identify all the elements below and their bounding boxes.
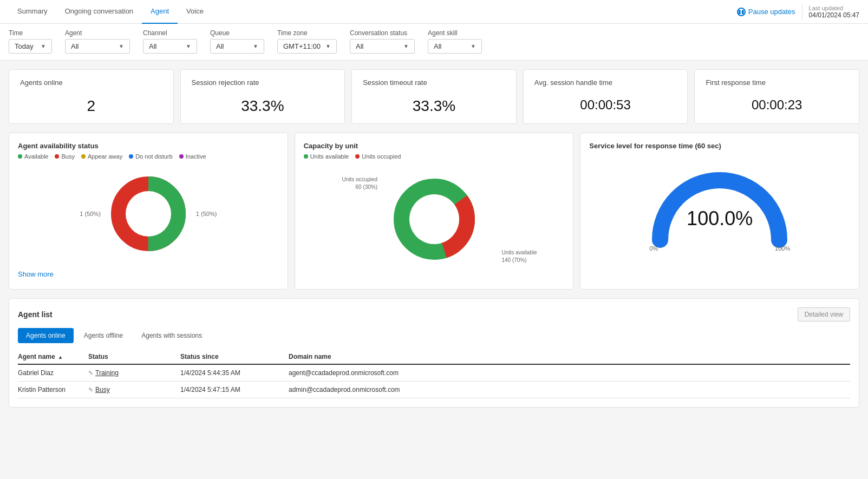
legend-units-available: Units available [304,153,349,160]
filter-agent-value: All [71,42,79,50]
status-text-1: Busy [95,386,110,393]
service-level-chart-title: Service level for response time (60 sec) [589,142,850,150]
filter-time: Time Today ▼ [9,29,52,54]
filter-queue-label: Queue [210,29,264,37]
filter-timezone-select[interactable]: GMT+11:00 ▼ [277,39,337,54]
tab-summary[interactable]: Summary [9,0,56,24]
charts-row: Agent availability status Available Busy… [9,133,859,290]
agent-list-header: Agent list Detailed view [18,307,850,321]
filter-conv-status: Conversation status All ▼ [350,29,415,54]
kpi-rejection-rate-value: 33.3% [192,97,334,115]
agent-name-1: Kristin Patterson [18,382,88,398]
gauge-label-left: 0% [649,245,658,252]
status-text-0: Training [95,369,119,377]
pause-icon: ▮▮ [737,8,746,16]
legend-busy: Busy [55,153,74,160]
capacity-legend: Units available Units occupied [304,153,565,160]
edit-icon[interactable]: ✎ [88,370,93,377]
pause-updates-button[interactable]: ▮▮ Pause updates [737,8,795,16]
filter-agent-skill: Agent skill All ▼ [428,29,482,54]
filter-timezone-value: GMT+11:00 [283,42,321,50]
top-right-controls: ▮▮ Pause updates Last updated 04/01/2024… [737,5,859,19]
filter-queue-value: All [216,42,224,50]
filter-channel-select[interactable]: All ▼ [143,39,197,54]
kpi-timeout-rate: Session timeout rate 33.3% [351,69,517,124]
agent-domain-1: admin@ccadadeprod.onmicrosoft.com [289,382,850,398]
kpi-row: Agents online 2 Session rejection rate 3… [9,69,859,124]
legend-units-occupied-label: Units occupied [362,153,401,160]
availability-chart-title: Agent availability status [18,142,279,150]
tab-agents-offline[interactable]: Agents offline [76,328,132,343]
filter-conv-status-select[interactable]: All ▼ [350,39,415,54]
legend-appear-away-dot [81,154,86,159]
chevron-down-icon: ▼ [253,43,258,49]
filter-queue: Queue All ▼ [210,29,264,54]
filter-time-select[interactable]: Today ▼ [9,39,52,54]
kpi-rejection-rate: Session rejection rate 33.3% [180,69,345,124]
top-nav: Summary Ongoing conversation Agent Voice… [0,0,868,24]
capacity-available-label: Units available140 (70%) [501,249,537,264]
filter-row: Time Today ▼ Agent All ▼ Channel All ▼ Q… [9,29,859,54]
capacity-donut-chart [386,170,483,268]
svg-point-5 [409,194,459,244]
legend-inactive-dot [179,154,184,159]
kpi-agents-online-value: 2 [20,97,162,115]
legend-busy-label: Busy [61,153,74,160]
table-row: Gabriel Diaz ✎ Training 1/4/2024 5:44:35… [18,364,850,382]
kpi-handle-time: Avg. session handle time 00:00:53 [523,69,688,124]
legend-dnd-dot [129,154,133,159]
tab-voice[interactable]: Voice [178,0,212,24]
kpi-agents-online: Agents online 2 [9,69,174,124]
detailed-view-button[interactable]: Detailed view [798,307,850,321]
legend-available-dot [18,154,22,159]
legend-units-occupied-dot [355,154,360,159]
chevron-down-icon: ▼ [119,43,124,49]
agent-status-1: ✎ Busy [88,382,180,398]
availability-chart: Agent availability status Available Busy… [9,133,288,290]
filter-queue-select[interactable]: All ▼ [210,39,264,54]
table-row: Kristin Patterson ✎ Busy 1/4/2024 5:47:1… [18,382,850,398]
nav-tabs: Summary Ongoing conversation Agent Voice [9,0,737,24]
filter-conv-status-label: Conversation status [350,29,415,37]
last-updated-value: 04/01/2024 05:47 [809,11,859,19]
filter-timezone-label: Time zone [277,29,337,37]
availability-donut-chart [105,170,192,257]
filter-channel: Channel All ▼ [143,29,197,54]
agent-list-section: Agent list Detailed view Agents online A… [9,298,859,408]
col-header-domain: Domain name [289,350,850,364]
kpi-response-time-label: First response time [706,78,848,87]
filter-agent-skill-select[interactable]: All ▼ [428,39,482,54]
agent-tabs: Agents online Agents offline Agents with… [18,328,850,343]
agent-since-0: 1/4/2024 5:44:35 AM [180,364,289,382]
legend-appear-away: Appear away [81,153,122,160]
filter-agent-select[interactable]: All ▼ [65,39,130,54]
legend-available: Available [18,153,48,160]
tab-agent[interactable]: Agent [142,0,178,24]
chevron-down-icon: ▼ [41,43,46,49]
filter-agent: Agent All ▼ [65,29,130,54]
show-more-button[interactable]: Show more [18,268,54,280]
chevron-down-icon: ▼ [186,43,191,49]
legend-appear-away-label: Appear away [88,153,122,160]
tab-agents-sessions[interactable]: Agents with sessions [133,328,210,343]
kpi-response-time-value: 00:00:23 [706,97,848,113]
legend-inactive-label: Inactive [186,153,206,160]
filter-agent-label: Agent [65,29,130,37]
col-header-status: Status [88,350,180,364]
edit-icon[interactable]: ✎ [88,386,93,393]
filter-conv-status-value: All [356,42,363,50]
tab-ongoing[interactable]: Ongoing conversation [56,0,142,24]
gauge-container: 100.0% 0% 100% [589,153,850,257]
chevron-down-icon: ▼ [403,43,409,49]
availability-label-right: 1 (50%) [196,211,217,217]
legend-busy-dot [55,154,59,159]
filters-bar: Time Today ▼ Agent All ▼ Channel All ▼ Q… [0,24,868,61]
service-level-value: 100.0% [687,207,753,230]
availability-legend: Available Busy Appear away Do not distur… [18,153,279,160]
col-header-name: Agent name ▲ [18,350,88,364]
filter-agent-skill-value: All [434,42,441,50]
gauge-labels: 0% 100% [649,245,790,252]
tab-agents-online[interactable]: Agents online [18,328,74,343]
kpi-handle-time-value: 00:00:53 [534,97,677,113]
agent-status-0: ✎ Training [88,364,180,382]
